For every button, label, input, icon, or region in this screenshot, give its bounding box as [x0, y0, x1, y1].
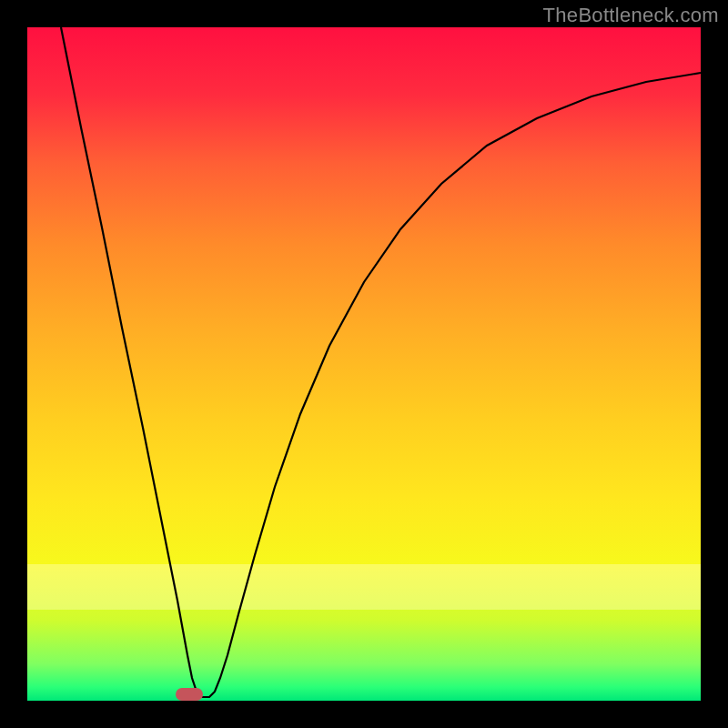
watermark-text: TheBottleneck.com [543, 4, 719, 27]
plot-area [27, 27, 701, 701]
chart-frame: TheBottleneck.com [0, 0, 728, 728]
bottleneck-curve [27, 27, 701, 701]
